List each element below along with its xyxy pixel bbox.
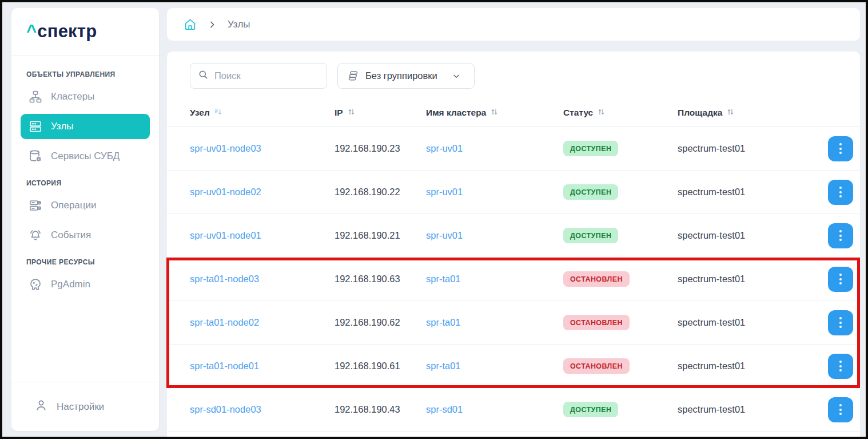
node-link[interactable]: spr-uv01-node01: [190, 230, 261, 240]
column-header[interactable]: Узел: [190, 108, 335, 118]
cluster-cell: spr-uv01: [426, 143, 563, 154]
table-row: spr-ta01-node01192.168.190.61spr-ta01ОСТ…: [167, 345, 860, 388]
sidebar-item-clusters[interactable]: Кластеры: [21, 84, 150, 109]
user-icon: [34, 398, 48, 415]
sidebar-item-label: События: [51, 230, 91, 241]
actions-cell: [821, 354, 853, 379]
node-cell: spr-ta01-node03: [190, 274, 335, 284]
grouping-select[interactable]: Без группировки: [337, 63, 475, 89]
search-icon: [198, 69, 209, 82]
sidebar-nav: ОБЪЕКТЫ УПРАВЛЕНИЯКластерыУзлыСервисы СУ…: [11, 56, 159, 297]
column-header[interactable]: Площадка: [678, 108, 821, 118]
events-icon: [29, 228, 42, 242]
nodes-icon: [29, 120, 42, 133]
column-header[interactable]: IP: [335, 108, 426, 118]
actions-cell: [821, 267, 853, 292]
site-cell: spectrum-test01: [678, 230, 821, 241]
chevron-right-icon: [208, 20, 217, 29]
search-input[interactable]: [214, 70, 319, 81]
node-cell: spr-uv01-node01: [190, 230, 335, 241]
node-link[interactable]: spr-ta01-node03: [190, 274, 259, 284]
breadcrumb: Узлы: [167, 8, 860, 41]
status-badge: ДОСТУПЕН: [563, 228, 618, 243]
nav-section-title: ОБЪЕКТЫ УПРАВЛЕНИЯ: [26, 70, 144, 78]
row-actions-button[interactable]: [828, 310, 853, 335]
row-actions-button[interactable]: [828, 136, 853, 161]
cluster-link[interactable]: spr-uv01: [426, 230, 463, 240]
sort-icon[interactable]: [347, 108, 356, 118]
table-row: spr-uv01-node01192.168.190.21spr-uv01ДОС…: [167, 214, 860, 258]
status-cell: ДОСТУПЕН: [563, 141, 678, 156]
ip-cell: 192.168.190.23: [335, 143, 426, 154]
node-cell: spr-uv01-node02: [190, 187, 335, 197]
sidebar-item-db-services[interactable]: Сервисы СУБД: [21, 144, 150, 169]
logo-text: спектр: [37, 21, 97, 41]
site-cell: spectrum-test01: [678, 274, 821, 284]
sidebar-item-settings[interactable]: Настройки: [11, 382, 159, 431]
cluster-link[interactable]: spr-ta01: [426, 274, 461, 284]
column-header[interactable]: Статус: [563, 108, 678, 118]
cluster-link[interactable]: spr-uv01: [426, 187, 463, 197]
sidebar-footer-label: Настройки: [57, 401, 104, 413]
home-icon[interactable]: [184, 18, 197, 31]
sidebar-item-label: PgAdmin: [51, 279, 90, 290]
cluster-link[interactable]: spr-sd01: [426, 404, 463, 414]
sidebar-item-nodes[interactable]: Узлы: [21, 114, 150, 139]
site-cell: spectrum-test01: [678, 317, 821, 328]
ip-cell: 192.168.190.21: [335, 230, 426, 241]
sidebar: ^спектр ОБЪЕКТЫ УПРАВЛЕНИЯКластерыУзлыСе…: [11, 8, 159, 431]
clusters-icon: [29, 90, 42, 104]
status-badge: ОСТАНОВЛЕН: [563, 315, 630, 330]
node-cell: spr-ta01-node02: [190, 317, 335, 328]
row-actions-button[interactable]: [828, 223, 853, 248]
table-header-row: УзелIPИмя кластераСтатусПлощадка: [167, 89, 860, 127]
search-box: [190, 63, 327, 89]
cluster-cell: spr-uv01: [426, 230, 563, 241]
sort-icon[interactable]: [726, 108, 735, 118]
grouping-value: Без группировки: [365, 70, 437, 81]
column-header[interactable]: Имя кластера: [426, 108, 563, 118]
sidebar-item-pgadmin[interactable]: PgAdmin: [21, 272, 150, 297]
node-link[interactable]: spr-uv01-node03: [190, 143, 261, 153]
chevron-down-icon: [452, 72, 461, 81]
column-label: Площадка: [678, 108, 722, 118]
sidebar-item-label: Сервисы СУБД: [51, 151, 120, 162]
node-link[interactable]: spr-sd01-node03: [190, 404, 261, 414]
node-link[interactable]: spr-ta01-node01: [190, 361, 259, 371]
node-link[interactable]: spr-ta01-node02: [190, 317, 259, 327]
operations-icon: [29, 199, 42, 212]
status-badge: ДОСТУПЕН: [563, 141, 618, 156]
status-cell: ДОСТУПЕН: [563, 228, 678, 243]
status-badge: ОСТАНОВЛЕН: [563, 271, 630, 287]
sidebar-item-operations[interactable]: Операции: [21, 193, 150, 218]
ip-cell: 192.168.190.62: [335, 317, 426, 328]
sort-active-icon[interactable]: [214, 108, 222, 118]
sidebar-item-events[interactable]: События: [21, 223, 150, 248]
column-label: Имя кластера: [426, 108, 486, 118]
actions-cell: [821, 310, 853, 335]
row-actions-button[interactable]: [828, 267, 853, 292]
status-cell: ДОСТУПЕН: [563, 402, 678, 417]
row-actions-button[interactable]: [828, 397, 853, 422]
cluster-link[interactable]: spr-ta01: [426, 361, 461, 371]
logo-caret: ^: [26, 21, 37, 41]
actions-cell: [821, 397, 853, 422]
sidebar-item-label: Кластеры: [51, 91, 95, 102]
column-label: Статус: [563, 108, 593, 118]
status-badge: ДОСТУПЕН: [563, 402, 618, 417]
db-services-icon: [29, 149, 42, 163]
row-actions-button[interactable]: [828, 354, 853, 379]
grouping-icon: [347, 70, 359, 82]
sort-icon[interactable]: [597, 108, 606, 118]
status-badge: ДОСТУПЕН: [563, 184, 618, 200]
sort-icon[interactable]: [490, 108, 499, 118]
table-row: spr-uv01-node03192.168.190.23spr-uv01ДОС…: [167, 127, 860, 171]
node-link[interactable]: spr-uv01-node02: [190, 187, 261, 197]
cluster-link[interactable]: spr-ta01: [426, 317, 461, 327]
cluster-cell: spr-ta01: [426, 317, 563, 328]
row-actions-button[interactable]: [828, 180, 853, 205]
cluster-link[interactable]: spr-uv01: [426, 143, 463, 153]
site-cell: spectrum-test01: [678, 187, 821, 197]
toolbar: Без группировки: [167, 52, 860, 89]
actions-cell: [821, 223, 853, 248]
